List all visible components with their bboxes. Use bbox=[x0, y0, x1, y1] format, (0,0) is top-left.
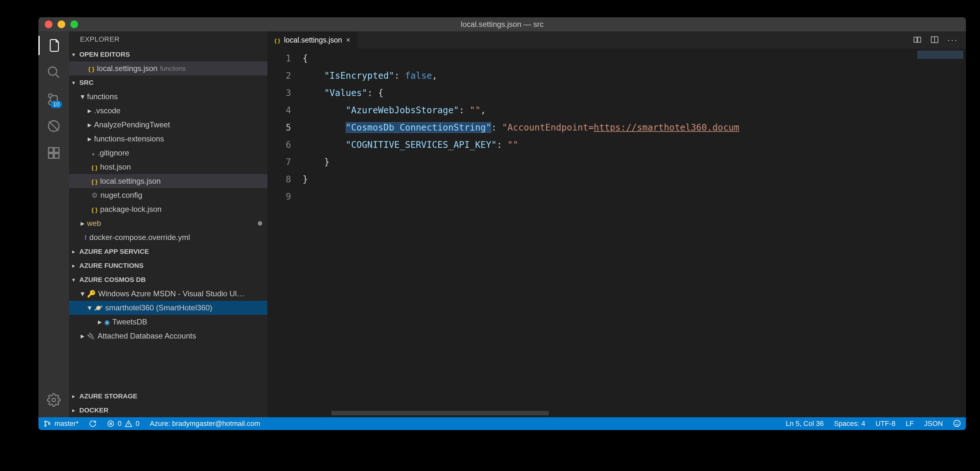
svg-rect-8 bbox=[54, 154, 59, 158]
editor-actions: ··· bbox=[913, 31, 966, 49]
plug-icon bbox=[87, 331, 95, 341]
traffic-lights bbox=[38, 21, 78, 28]
git-icon bbox=[91, 148, 95, 158]
status-indent[interactable]: Spaces: 4 bbox=[829, 420, 870, 428]
status-encoding[interactable]: UTF-8 bbox=[870, 420, 900, 428]
sidebar-title: EXPLORER bbox=[69, 31, 267, 47]
json-icon bbox=[91, 205, 97, 214]
chevron-right-icon: ▸ bbox=[88, 134, 91, 143]
activity-bar: 10 bbox=[38, 31, 69, 417]
section-docker[interactable]: ▸DOCKER bbox=[69, 403, 267, 417]
json-icon bbox=[274, 36, 280, 45]
status-bar: master* 0 0 Azure: bradymgaster@hotmail.… bbox=[38, 417, 966, 430]
chevron-down-icon: ▾ bbox=[72, 80, 77, 86]
section-azure-app-service[interactable]: ▸AZURE APP SERVICE bbox=[69, 245, 267, 259]
tree-file-docker-override[interactable]: docker-compose.override.yml bbox=[69, 231, 267, 245]
files-icon bbox=[47, 38, 61, 53]
chevron-right-icon: ▸ bbox=[81, 219, 84, 228]
tab-local-settings[interactable]: local.settings.json × bbox=[267, 31, 358, 49]
close-icon[interactable]: × bbox=[346, 35, 350, 45]
status-feedback[interactable] bbox=[948, 420, 966, 427]
close-icon[interactable] bbox=[45, 21, 52, 28]
section-azure-cosmos[interactable]: ▾AZURE COSMOS DB bbox=[69, 273, 267, 287]
tree-folder-vscode[interactable]: ▸.vscode bbox=[69, 103, 267, 118]
compare-icon[interactable] bbox=[913, 35, 922, 45]
svg-point-14 bbox=[45, 425, 46, 426]
cosmos-subscription[interactable]: ▾Windows Azure MSDN - Visual Studio Ul… bbox=[69, 287, 267, 301]
status-language[interactable]: JSON bbox=[919, 420, 948, 428]
code-content[interactable]: { "IsEncrypted": false, "Values": { "Azu… bbox=[302, 49, 966, 417]
maximize-icon[interactable] bbox=[70, 21, 78, 28]
svg-point-0 bbox=[49, 67, 57, 75]
chevron-right-icon: ▸ bbox=[72, 393, 77, 399]
tree-file-hostjson[interactable]: host.json bbox=[69, 160, 267, 174]
error-icon bbox=[107, 420, 115, 428]
minimize-icon[interactable] bbox=[57, 21, 65, 28]
status-azure[interactable]: Azure: bradymgaster@hotmail.com bbox=[145, 417, 265, 430]
chevron-down-icon: ▾ bbox=[88, 303, 91, 312]
chevron-right-icon: ▸ bbox=[98, 317, 102, 326]
minimap[interactable] bbox=[915, 49, 966, 417]
tree-folder-functions[interactable]: ▾functions bbox=[69, 89, 267, 103]
section-src[interactable]: ▾SRC bbox=[69, 75, 267, 89]
cosmos-database[interactable]: ▸TweetsDB bbox=[69, 315, 267, 329]
minimap-content bbox=[917, 51, 963, 59]
activity-search[interactable] bbox=[46, 65, 61, 80]
activity-settings[interactable] bbox=[46, 392, 61, 407]
chevron-right-icon: ▸ bbox=[81, 331, 84, 341]
titlebar: local.settings.json — src bbox=[38, 17, 966, 31]
gear-icon bbox=[91, 191, 98, 200]
activity-explorer[interactable] bbox=[46, 38, 61, 53]
chevron-down-icon: ▾ bbox=[81, 92, 84, 101]
status-eol[interactable]: LF bbox=[900, 420, 919, 428]
svg-rect-7 bbox=[49, 154, 53, 158]
section-azure-functions[interactable]: ▸AZURE FUNCTIONS bbox=[69, 259, 267, 273]
tab-bar: local.settings.json × ··· bbox=[267, 31, 966, 49]
cosmos-account[interactable]: ▾smarthotel360 (SmartHotel360) bbox=[69, 301, 267, 315]
split-editor-icon[interactable] bbox=[930, 35, 939, 45]
horizontal-scrollbar[interactable] bbox=[331, 411, 549, 415]
modified-dot-icon bbox=[258, 221, 262, 226]
tree-file-localsettings[interactable]: local.settings.json bbox=[69, 174, 267, 188]
svg-point-15 bbox=[49, 423, 50, 425]
cosmos-attached[interactable]: ▸Attached Database Accounts bbox=[69, 329, 267, 343]
scm-badge: 10 bbox=[51, 101, 62, 108]
svg-point-13 bbox=[45, 421, 46, 423]
section-azure-storage[interactable]: ▸AZURE STORAGE bbox=[69, 389, 267, 403]
gutter: 123456789 bbox=[267, 49, 302, 417]
tree-folder-web[interactable]: ▸web bbox=[69, 216, 267, 231]
cosmos-account-icon bbox=[94, 303, 103, 312]
code-editor[interactable]: 123456789 { "IsEncrypted": false, "Value… bbox=[267, 49, 966, 417]
open-editor-item[interactable]: local.settings.json functions bbox=[69, 61, 267, 75]
status-problems[interactable]: 0 0 bbox=[102, 417, 145, 430]
svg-point-19 bbox=[958, 422, 958, 423]
branch-icon bbox=[43, 420, 51, 428]
activity-extensions[interactable] bbox=[46, 145, 61, 161]
status-sync[interactable] bbox=[84, 417, 102, 430]
smiley-icon bbox=[953, 420, 961, 427]
tree-folder-analyze[interactable]: ▸AnalyzePendingTweet bbox=[69, 118, 267, 132]
svg-rect-10 bbox=[914, 37, 917, 42]
chevron-down-icon: ▾ bbox=[72, 277, 77, 283]
svg-point-17 bbox=[954, 420, 960, 426]
sidebar: EXPLORER ▾OPEN EDITORS local.settings.js… bbox=[69, 31, 267, 417]
more-icon[interactable]: ··· bbox=[947, 35, 958, 45]
status-cursor[interactable]: Ln 5, Col 36 bbox=[781, 420, 829, 428]
tree-file-pkglock[interactable]: package-lock.json bbox=[69, 202, 267, 216]
section-open-editors[interactable]: ▾OPEN EDITORS bbox=[69, 47, 267, 61]
json-icon bbox=[88, 64, 94, 73]
json-icon bbox=[91, 162, 97, 172]
tree-file-nuget[interactable]: nuget.config bbox=[69, 188, 267, 202]
status-branch[interactable]: master* bbox=[38, 417, 84, 430]
svg-rect-11 bbox=[918, 37, 921, 42]
chevron-right-icon: ▸ bbox=[72, 407, 77, 414]
activity-scm[interactable]: 10 bbox=[46, 92, 61, 107]
chevron-down-icon: ▾ bbox=[81, 289, 84, 298]
svg-point-18 bbox=[956, 422, 956, 423]
activity-debug[interactable] bbox=[46, 118, 61, 134]
vscode-window: local.settings.json — src 10 bbox=[38, 17, 966, 430]
tree-folder-funcext[interactable]: ▸functions-extensions bbox=[69, 132, 267, 146]
tree-file-gitignore[interactable]: .gitignore bbox=[69, 146, 267, 160]
gear-icon bbox=[47, 393, 61, 407]
warning-icon bbox=[125, 420, 132, 428]
